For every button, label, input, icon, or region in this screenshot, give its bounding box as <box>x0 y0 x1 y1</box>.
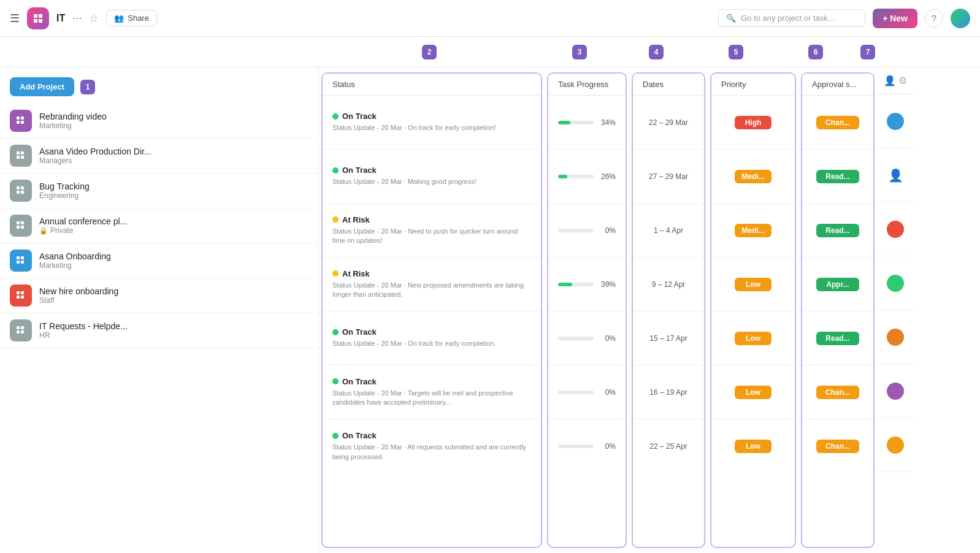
avatar-column: 👤 ⚙ 👤 <box>877 67 914 553</box>
svg-rect-0 <box>34 14 37 18</box>
search-box[interactable]: 🔍 Go to any project or task... <box>718 9 865 27</box>
approval-badge[interactable]: Read... <box>816 170 859 183</box>
dates-cell: 1 – 4 Apr <box>633 204 704 257</box>
svg-rect-6 <box>17 121 20 124</box>
approval-badge[interactable]: Read... <box>816 224 859 237</box>
priority-badge[interactable]: Medi... <box>735 224 771 237</box>
priority-cell: Low <box>711 419 795 473</box>
priority-badge[interactable]: Low <box>735 440 771 453</box>
dates-cell: 16 – 19 Apr <box>633 365 704 419</box>
svg-rect-3 <box>39 19 42 23</box>
progress-pct: 0% <box>597 226 616 235</box>
status-col-header: Status <box>323 74 541 96</box>
project-meta: 🔒Private <box>39 226 127 235</box>
avatar-cell <box>877 94 914 148</box>
sidebar-item[interactable]: Bug Tracking Engineering <box>0 174 318 208</box>
svg-rect-9 <box>21 151 24 154</box>
project-meta: Managers <box>39 156 151 165</box>
approval-cell: Chan... <box>802 365 873 419</box>
sidebar-item[interactable]: New hire onboarding Staff <box>0 278 318 313</box>
sidebar: Add Project 1 Rebranding video Marketing <box>0 67 319 553</box>
approval-badge[interactable]: Read... <box>816 332 859 345</box>
grid-area: Status On Track Status Update - 20 Mar ·… <box>319 67 980 553</box>
project-name: IT Requests - Helpde... <box>39 321 128 331</box>
avatar-cell <box>877 202 914 256</box>
progress-cell: 39% <box>548 257 626 311</box>
add-project-button[interactable]: Add Project <box>10 77 74 96</box>
sidebar-item[interactable]: Asana Video Production Dir... Managers <box>0 139 318 174</box>
user-avatar[interactable] <box>951 9 970 28</box>
priority-badge[interactable]: Low <box>735 278 771 291</box>
priority-column: Priority HighMedi...Medi...LowLowLowLow <box>710 72 796 548</box>
sidebar-item[interactable]: IT Requests - Helpde... HR <box>0 313 318 348</box>
svg-rect-4 <box>17 116 20 120</box>
dates-text: 27 – 29 Mar <box>649 172 688 181</box>
progress-cell: 26% <box>548 150 626 204</box>
status-desc: Status Update - 20 Mar · On track for ea… <box>332 123 531 132</box>
svg-rect-19 <box>21 226 24 229</box>
project-icon <box>10 180 32 202</box>
hamburger-icon[interactable]: ☰ <box>10 12 20 25</box>
project-name: Annual conference pl... <box>39 216 127 226</box>
status-title: At Risk <box>332 215 531 224</box>
status-desc: Status Update - 20 Mar · All requests su… <box>332 443 531 462</box>
sidebar-badge: 1 <box>80 80 95 94</box>
svg-rect-25 <box>21 291 24 294</box>
status-cell: On Track Status Update - 20 Mar · On tra… <box>323 311 541 365</box>
sidebar-item[interactable]: Asana Onboarding Marketing <box>0 243 318 278</box>
dates-cell: 22 – 25 Apr <box>633 419 704 473</box>
priority-badge[interactable]: High <box>735 116 771 129</box>
approval-badge[interactable]: Chan... <box>816 116 859 129</box>
approval-cell: Appr... <box>802 257 873 311</box>
avatar-cell <box>877 418 914 472</box>
approval-badge[interactable]: Chan... <box>816 386 859 399</box>
sidebar-item[interactable]: Rebranding video Marketing <box>0 104 318 139</box>
more-options-icon[interactable]: ··· <box>72 12 82 25</box>
sidebar-item[interactable]: Annual conference pl... 🔒Private <box>0 208 318 243</box>
progress-bar-fill <box>558 121 570 124</box>
project-meta: Marketing <box>39 121 107 130</box>
svg-rect-15 <box>21 191 24 194</box>
avatar-cell <box>877 256 914 310</box>
status-dot <box>332 167 339 174</box>
avatar-cell <box>877 310 914 364</box>
dates-cell: 22 – 29 Mar <box>633 96 704 150</box>
status-desc: Status Update - 20 Mar · Targets will be… <box>332 389 531 408</box>
project-meta: Staff <box>39 296 118 305</box>
approval-cell: Chan... <box>802 96 873 150</box>
svg-rect-12 <box>17 186 20 189</box>
svg-rect-30 <box>17 330 20 334</box>
dates-cell: 9 – 12 Apr <box>633 257 704 311</box>
new-button[interactable]: + New <box>873 9 917 28</box>
top-nav: ☰ IT ··· ☆ 👥 Share 🔍 Go to any project o… <box>0 0 980 37</box>
progress-bar-bg <box>558 444 594 448</box>
status-desc: Status Update - 20 Mar · Need to push fo… <box>332 227 531 246</box>
approval-col-header: Approval s... <box>802 74 873 96</box>
project-name: New hire onboarding <box>39 286 118 296</box>
approval-badge[interactable]: Chan... <box>816 440 859 453</box>
project-name: Asana Video Production Dir... <box>39 147 151 156</box>
priority-badge[interactable]: Low <box>735 332 771 345</box>
priority-cell: Low <box>711 257 795 311</box>
dates-col-header: Dates <box>633 74 704 96</box>
progress-pct: 26% <box>597 172 616 181</box>
share-button[interactable]: 👥 Share <box>106 10 157 26</box>
priority-badge[interactable]: Low <box>735 386 771 399</box>
status-desc: Status Update - 20 Mar · Making good pro… <box>332 177 531 186</box>
progress-cell: 0% <box>548 419 626 473</box>
svg-rect-13 <box>21 186 24 189</box>
status-cell: On Track Status Update - 20 Mar · On tra… <box>323 96 541 150</box>
project-info: New hire onboarding Staff <box>39 286 118 305</box>
priority-badge[interactable]: Medi... <box>735 170 771 183</box>
approval-badge[interactable]: Appr... <box>816 278 859 291</box>
progress-column: Task Progress 34% 26% 0% 39% <box>547 72 627 548</box>
project-info: Annual conference pl... 🔒Private <box>39 216 127 235</box>
dates-text: 15 – 17 Apr <box>649 334 687 343</box>
favorite-icon[interactable]: ☆ <box>89 12 99 25</box>
approval-cell: Chan... <box>802 419 873 473</box>
status-dot <box>332 433 339 439</box>
status-title: On Track <box>332 327 531 337</box>
progress-cell: 34% <box>548 96 626 150</box>
project-info: Asana Video Production Dir... Managers <box>39 147 151 165</box>
help-button[interactable]: ? <box>925 9 943 28</box>
